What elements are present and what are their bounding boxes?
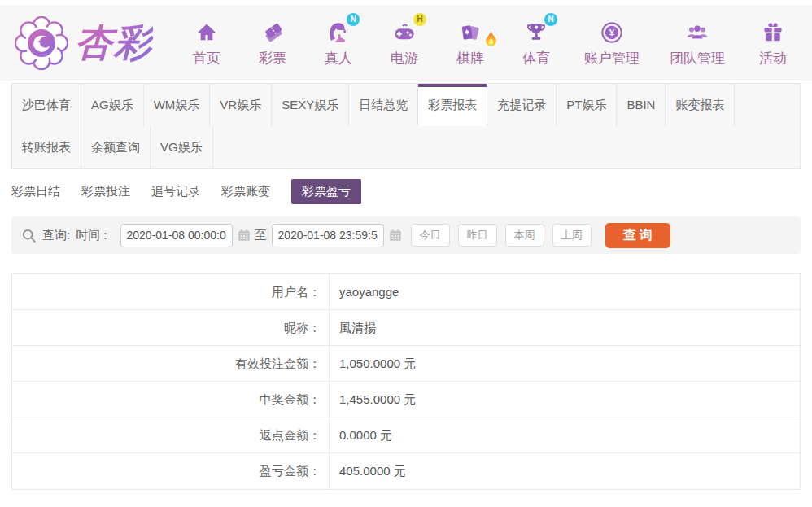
time-label: 时间 : xyxy=(76,228,107,243)
brand-logo[interactable]: 杏彩 xyxy=(15,16,153,70)
subtab-chase-records[interactable]: 追号记录 xyxy=(151,184,200,199)
last-week-button[interactable]: 上周 xyxy=(552,224,592,247)
subtab-lottery-bets[interactable]: 彩票投注 xyxy=(81,184,130,199)
live-person-icon: N xyxy=(327,18,350,44)
subtab-lottery-daily[interactable]: 彩票日结 xyxy=(11,184,60,199)
end-time-input[interactable] xyxy=(272,224,384,247)
search-icon xyxy=(21,228,37,243)
tab-wm[interactable]: WM娱乐 xyxy=(144,84,211,126)
nav-item-label: 棋牌 xyxy=(456,49,484,68)
coin-icon: ¥ xyxy=(600,18,623,44)
valid-bet-amount-value: 1,050.0000 元 xyxy=(330,346,800,381)
nav-item-boardgames[interactable]: 棋牌 xyxy=(452,18,488,68)
username-value: yaoyangge xyxy=(330,274,800,309)
winning-amount-value: 1,455.0000 元 xyxy=(330,382,800,417)
home-icon xyxy=(195,18,218,44)
table-row: 中奖金额： 1,455.0000 元 xyxy=(12,382,800,417)
nav-item-lottery[interactable]: 彩票 xyxy=(255,18,290,68)
tab-bbin[interactable]: BBIN xyxy=(617,84,666,126)
calendar-icon[interactable] xyxy=(388,228,403,243)
table-row: 昵称： 風清揚 xyxy=(12,310,800,346)
rebate-amount-value: 0.0000 元 xyxy=(330,417,800,452)
nav-item-label: 电游 xyxy=(391,49,418,68)
tab-lottery-report[interactable]: 彩票报表 xyxy=(418,84,487,126)
yesterday-button[interactable]: 昨日 xyxy=(458,224,497,247)
tab-balance-query[interactable]: 余额查询 xyxy=(81,126,151,168)
cards-icon xyxy=(459,18,482,44)
hot-badge: H xyxy=(413,13,426,26)
tab-daily-overview[interactable]: 日结总览 xyxy=(349,84,418,126)
gamepad-icon: H xyxy=(392,18,417,44)
tab-shaba-sports[interactable]: 沙巴体育 xyxy=(12,84,81,126)
table-row: 盈亏金额： 405.0000 元 xyxy=(12,453,800,489)
nickname-value: 風清揚 xyxy=(330,310,800,345)
new-badge: N xyxy=(544,13,557,26)
header: 杏彩 首页 彩票 xyxy=(0,5,812,81)
row-label: 返点金额： xyxy=(12,417,330,452)
gift-icon xyxy=(762,18,784,44)
nav-item-label: 团队管理 xyxy=(670,49,725,68)
tab-deposit-withdraw[interactable]: 充提记录 xyxy=(487,84,557,126)
start-time-input[interactable] xyxy=(120,224,233,247)
subtab-lottery-account-change[interactable]: 彩票账变 xyxy=(221,184,270,199)
profit-loss-amount-value: 405.0000 元 xyxy=(330,453,800,489)
tab-sexy[interactable]: SEXY娱乐 xyxy=(272,84,349,126)
tab-vr[interactable]: VR娱乐 xyxy=(210,84,272,126)
team-icon xyxy=(685,18,709,44)
svg-text:¥: ¥ xyxy=(609,27,615,37)
brand-flower-icon xyxy=(15,16,68,70)
nav-item-label: 体育 xyxy=(522,49,550,68)
nav-item-label: 彩票 xyxy=(259,49,286,68)
tab-ag[interactable]: AG娱乐 xyxy=(81,84,144,126)
tab-pt[interactable]: PT娱乐 xyxy=(557,84,617,126)
nav-item-sports[interactable]: N 体育 xyxy=(518,18,554,68)
ticket-icon xyxy=(261,18,284,44)
row-label: 用户名： xyxy=(12,274,330,309)
calendar-icon[interactable] xyxy=(237,228,251,243)
new-badge: N xyxy=(347,13,360,26)
subtab-lottery-profit-loss[interactable]: 彩票盈亏 xyxy=(291,179,361,204)
this-week-button[interactable]: 本周 xyxy=(505,224,544,247)
nav-item-home[interactable]: 首页 xyxy=(189,18,225,68)
nav-item-live[interactable]: N 真人 xyxy=(321,18,356,68)
row-label: 昵称： xyxy=(12,310,330,345)
to-label: 至 xyxy=(255,228,267,243)
profit-loss-report-table: 用户名： yaoyangge 昵称： 風清揚 有效投注金额： 1,050.000… xyxy=(11,273,801,490)
query-label: 查询: xyxy=(42,228,70,243)
nav-item-label: 活动 xyxy=(759,49,787,68)
tab-transfer-report[interactable]: 转账报表 xyxy=(12,126,81,168)
main-tab-bar: 沙巴体育 AG娱乐 WM娱乐 VR娱乐 SEXY娱乐 日结总览 彩票报表 充提记… xyxy=(11,83,801,169)
nav-item-account-mgmt[interactable]: ¥ 账户管理 xyxy=(584,18,640,68)
tab-account-change-report[interactable]: 账变报表 xyxy=(666,84,735,126)
nav-item-egame[interactable]: H 电游 xyxy=(386,18,422,68)
row-label: 中奖金额： xyxy=(12,382,330,417)
query-bar: 查询: 时间 : 至 今日 昨日 本周 上周 查 询 xyxy=(11,216,801,254)
today-button[interactable]: 今日 xyxy=(411,224,450,247)
brand-name: 杏彩 xyxy=(75,18,153,68)
top-nav: 首页 彩票 N 真人 xyxy=(189,18,791,68)
tab-vg[interactable]: VG娱乐 xyxy=(151,126,213,168)
nav-item-activity[interactable]: 活动 xyxy=(755,18,791,68)
trophy-icon: N xyxy=(525,18,548,44)
nav-item-team-mgmt[interactable]: 团队管理 xyxy=(670,18,725,68)
sub-tab-bar: 彩票日结 彩票投注 追号记录 彩票账变 彩票盈亏 xyxy=(11,179,801,203)
nav-item-label: 账户管理 xyxy=(584,49,640,68)
query-submit-button[interactable]: 查 询 xyxy=(605,223,670,248)
row-label: 盈亏金额： xyxy=(12,453,330,489)
table-row: 用户名： yaoyangge xyxy=(12,274,800,310)
nav-item-label: 真人 xyxy=(325,49,352,68)
nav-item-label: 首页 xyxy=(193,49,220,68)
row-label: 有效投注金额： xyxy=(12,346,330,381)
hot-flame-icon xyxy=(484,31,498,50)
table-row: 有效投注金额： 1,050.0000 元 xyxy=(12,346,800,382)
table-row: 返点金额： 0.0000 元 xyxy=(12,417,800,453)
